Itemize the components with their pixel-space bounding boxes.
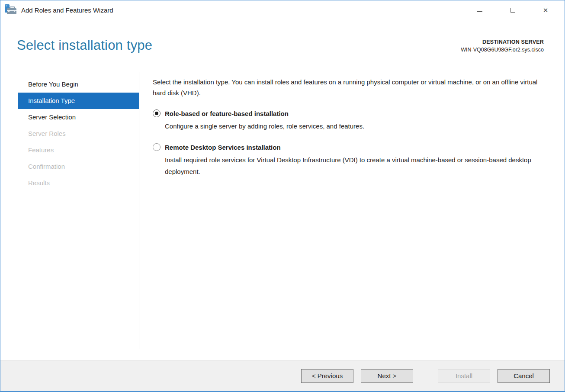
cancel-button[interactable]: Cancel xyxy=(498,369,550,383)
install-button: Install xyxy=(438,369,490,383)
destination-server-label: DESTINATION SERVER xyxy=(461,38,544,46)
title-bar: Add Roles and Features Wizard ✕ xyxy=(0,0,565,19)
wizard-window: { "window": { "title": "Add Roles and Fe… xyxy=(0,0,565,392)
minimize-icon xyxy=(477,11,482,12)
remote-desktop-description: Install required role services for Virtu… xyxy=(165,154,549,177)
role-based-radio[interactable] xyxy=(153,109,161,117)
remote-desktop-radio[interactable] xyxy=(153,143,161,151)
sidebar-item-before-you-begin[interactable]: Before You Begin xyxy=(18,76,139,93)
wizard-steps-nav: Before You Begin Installation Type Serve… xyxy=(18,76,139,191)
option-role-based: Role-based or feature-based installation… xyxy=(153,109,549,132)
maximize-button[interactable] xyxy=(496,0,529,19)
sidebar-item-results: Results xyxy=(18,175,139,191)
sidebar-item-confirmation: Confirmation xyxy=(18,158,139,175)
role-based-label[interactable]: Role-based or feature-based installation xyxy=(165,110,289,117)
sidebar-item-features: Features xyxy=(18,142,139,158)
close-icon: ✕ xyxy=(543,7,549,13)
close-button[interactable]: ✕ xyxy=(529,0,562,19)
next-button[interactable]: Next > xyxy=(361,369,413,383)
page-title: Select installation type xyxy=(17,38,152,53)
role-based-description: Configure a single server by adding role… xyxy=(165,120,549,132)
remote-desktop-label[interactable]: Remote Desktop Services installation xyxy=(165,144,281,151)
option-remote-desktop: Remote Desktop Services installation Ins… xyxy=(153,143,549,177)
sidebar-separator xyxy=(139,72,139,349)
destination-server-name: WIN-VQ08G6U98GF.or2.sys.cisco xyxy=(461,46,544,54)
previous-button[interactable]: < Previous xyxy=(301,369,353,383)
intro-text: Select the installation type. You can in… xyxy=(153,77,549,98)
sidebar-item-server-selection[interactable]: Server Selection xyxy=(18,109,139,125)
footer-bar: < Previous Next > Install Cancel xyxy=(0,360,565,391)
sidebar-item-installation-type[interactable]: Installation Type xyxy=(18,93,139,109)
window-controls: ✕ xyxy=(463,0,562,19)
main-content: Select the installation type. You can in… xyxy=(153,77,549,177)
minimize-button[interactable] xyxy=(463,0,496,19)
maximize-icon xyxy=(510,8,515,13)
window-title: Add Roles and Features Wizard xyxy=(21,6,113,14)
sidebar-item-server-roles: Server Roles xyxy=(18,125,139,142)
destination-server-block: DESTINATION SERVER WIN-VQ08G6U98GF.or2.s… xyxy=(461,38,544,54)
toolbox-icon xyxy=(5,4,18,16)
